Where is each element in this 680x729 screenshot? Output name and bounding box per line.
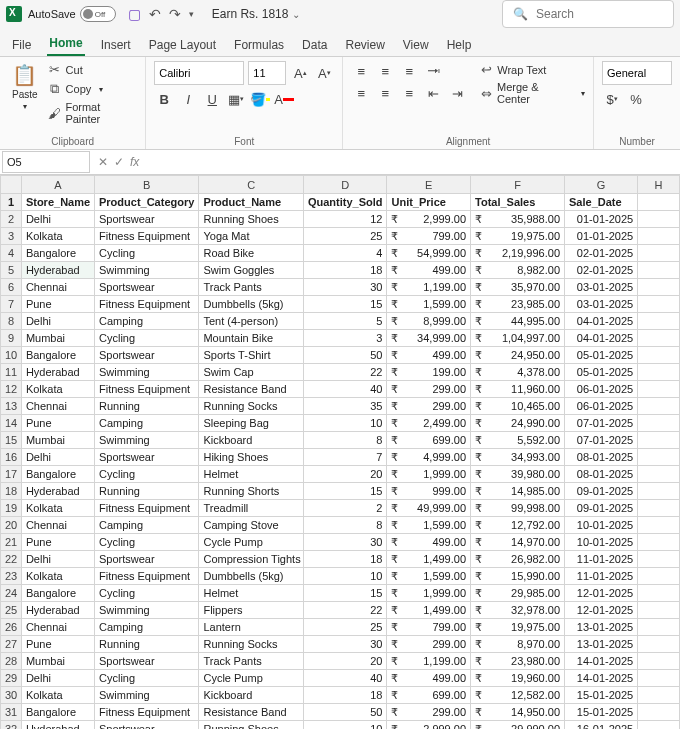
cell[interactable]: 15 <box>303 585 387 602</box>
cell[interactable]: 08-01-2025 <box>565 449 638 466</box>
cell[interactable]: 10-01-2025 <box>565 517 638 534</box>
cell[interactable] <box>638 228 680 245</box>
cell[interactable]: Pune <box>21 534 94 551</box>
cell[interactable] <box>638 670 680 687</box>
cell[interactable]: Sportswear <box>95 721 199 730</box>
cell[interactable]: Hyderabad <box>21 364 94 381</box>
col-header-F[interactable]: F <box>471 176 565 194</box>
col-header-H[interactable]: H <box>638 176 680 194</box>
cell[interactable]: ₹19,975.00 <box>471 228 565 245</box>
cell[interactable] <box>638 568 680 585</box>
cell[interactable] <box>638 551 680 568</box>
cell[interactable] <box>638 721 680 730</box>
cell[interactable] <box>638 619 680 636</box>
cell[interactable]: 30 <box>303 534 387 551</box>
cell[interactable]: Delhi <box>21 313 94 330</box>
row-header[interactable]: 4 <box>1 245 22 262</box>
number-format-select[interactable] <box>602 61 672 85</box>
cell[interactable]: ₹23,985.00 <box>471 296 565 313</box>
cell[interactable] <box>638 313 680 330</box>
cell[interactable]: 03-01-2025 <box>565 279 638 296</box>
row-header[interactable]: 8 <box>1 313 22 330</box>
cell[interactable]: Running Shoes <box>199 211 303 228</box>
cell[interactable]: 14-01-2025 <box>565 653 638 670</box>
cell[interactable]: 8 <box>303 517 387 534</box>
row-header[interactable]: 29 <box>1 670 22 687</box>
font-name-select[interactable] <box>154 61 244 85</box>
cell[interactable]: ₹14,970.00 <box>471 534 565 551</box>
cell[interactable]: Yoga Mat <box>199 228 303 245</box>
cell[interactable]: Cycling <box>95 245 199 262</box>
cell[interactable]: ₹499.00 <box>387 262 471 279</box>
undo-icon[interactable]: ↶ <box>149 6 161 22</box>
document-name[interactable]: Earn Rs. 1818 ⌄ <box>212 7 301 21</box>
cell[interactable]: ₹34,993.00 <box>471 449 565 466</box>
cell[interactable]: ₹199.00 <box>387 364 471 381</box>
cell[interactable] <box>638 398 680 415</box>
cell[interactable]: 01-01-2025 <box>565 228 638 245</box>
cell[interactable]: Bangalore <box>21 585 94 602</box>
cell[interactable]: 01-01-2025 <box>565 211 638 228</box>
cell[interactable]: 25 <box>303 228 387 245</box>
font-size-select[interactable] <box>248 61 286 85</box>
format-painter-button[interactable]: 🖌Format Painter <box>48 100 138 126</box>
cell[interactable] <box>638 500 680 517</box>
cell[interactable]: 30 <box>303 636 387 653</box>
cell[interactable] <box>638 585 680 602</box>
cell[interactable]: 04-01-2025 <box>565 330 638 347</box>
cell[interactable]: Hyderabad <box>21 262 94 279</box>
cell[interactable]: Camping <box>95 517 199 534</box>
cell[interactable]: 02-01-2025 <box>565 262 638 279</box>
cell[interactable]: 05-01-2025 <box>565 364 638 381</box>
cell[interactable]: 16-01-2025 <box>565 721 638 730</box>
row-header[interactable]: 10 <box>1 347 22 364</box>
cell[interactable]: ₹299.00 <box>387 381 471 398</box>
fx-icon[interactable]: fx <box>130 155 139 169</box>
cell[interactable]: ₹14,985.00 <box>471 483 565 500</box>
cell[interactable]: 40 <box>303 670 387 687</box>
row-header[interactable]: 9 <box>1 330 22 347</box>
cell[interactable]: Bangalore <box>21 347 94 364</box>
cell[interactable]: Chennai <box>21 398 94 415</box>
cell[interactable]: Running Socks <box>199 398 303 415</box>
cell[interactable]: ₹54,999.00 <box>387 245 471 262</box>
cell[interactable]: ₹15,990.00 <box>471 568 565 585</box>
cell[interactable]: Running Shorts <box>199 483 303 500</box>
col-header-G[interactable]: G <box>565 176 638 194</box>
row-header[interactable]: 31 <box>1 704 22 721</box>
cell[interactable]: ₹26,982.00 <box>471 551 565 568</box>
cell[interactable]: Helmet <box>199 466 303 483</box>
cell[interactable]: Cycling <box>95 670 199 687</box>
cell[interactable]: 09-01-2025 <box>565 483 638 500</box>
row-header[interactable]: 3 <box>1 228 22 245</box>
cell[interactable]: Swimming <box>95 364 199 381</box>
cell[interactable]: ₹699.00 <box>387 687 471 704</box>
cell[interactable]: 03-01-2025 <box>565 296 638 313</box>
row-header[interactable]: 28 <box>1 653 22 670</box>
cell[interactable]: ₹34,999.00 <box>387 330 471 347</box>
cell[interactable]: 8 <box>303 432 387 449</box>
search-box[interactable]: 🔍 <box>502 0 674 28</box>
row-header[interactable]: 1 <box>1 194 22 211</box>
header-cell[interactable]: Quantity_Sold <box>303 194 387 211</box>
row-header[interactable]: 20 <box>1 517 22 534</box>
cell[interactable]: Swimming <box>95 262 199 279</box>
cell[interactable]: ₹499.00 <box>387 670 471 687</box>
cell[interactable]: Running <box>95 483 199 500</box>
cell[interactable]: ₹299.00 <box>387 636 471 653</box>
col-header-E[interactable]: E <box>387 176 471 194</box>
cell[interactable]: 18 <box>303 687 387 704</box>
cell[interactable]: Pune <box>21 415 94 432</box>
cell[interactable]: ₹1,499.00 <box>387 602 471 619</box>
cell[interactable]: Treadmill <box>199 500 303 517</box>
cell[interactable]: ₹44,995.00 <box>471 313 565 330</box>
formula-input[interactable] <box>145 152 680 172</box>
font-color-button[interactable]: A <box>274 89 294 109</box>
search-input[interactable] <box>534 6 638 22</box>
cell[interactable]: ₹299.00 <box>387 704 471 721</box>
cell[interactable] <box>638 262 680 279</box>
cell[interactable]: ₹8,982.00 <box>471 262 565 279</box>
row-header[interactable]: 11 <box>1 364 22 381</box>
cell[interactable] <box>638 534 680 551</box>
cell[interactable]: ₹24,950.00 <box>471 347 565 364</box>
